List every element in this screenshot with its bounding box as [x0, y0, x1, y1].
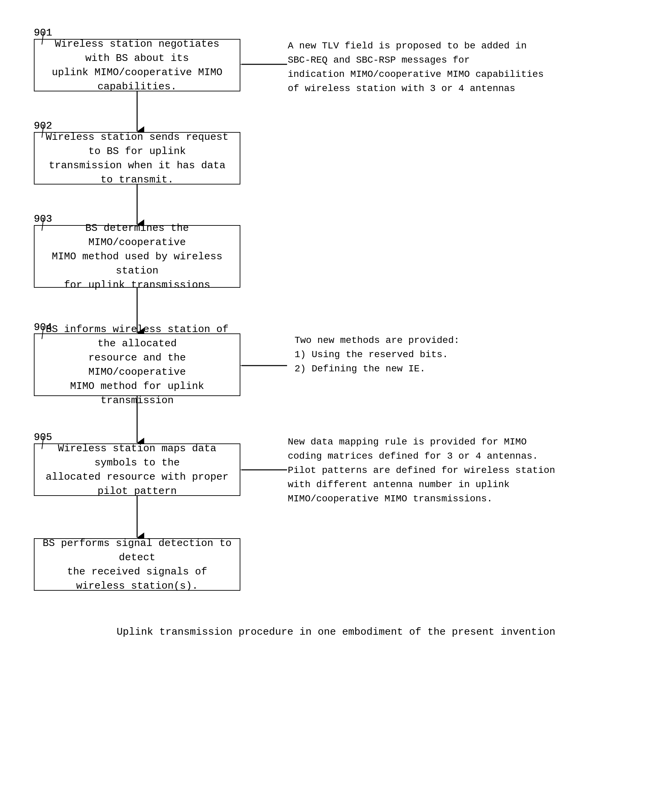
annotation-1-text: A new TLV field is proposed to be added … [288, 41, 544, 94]
flow-box-905: Wireless station maps data symbols to th… [34, 443, 241, 496]
flow-box-905-text: Wireless station maps data symbols to th… [41, 441, 233, 498]
flow-box-901: Wireless station negotiates with BS abou… [34, 39, 241, 91]
caption-text: Uplink transmission procedure in one emb… [116, 626, 555, 638]
annotation-2: Two new methods are provided:1) Using th… [295, 333, 531, 376]
diagram-container: 901 Wireless station negotiates with BS … [0, 0, 672, 785]
diagram-caption: Uplink transmission procedure in one emb… [68, 626, 604, 638]
flow-box-901-text: Wireless station negotiates with BS abou… [41, 37, 233, 94]
flow-box-904-text: BS informs wireless station of the alloc… [41, 322, 233, 408]
flow-box-906: BS performs signal detection to detectth… [34, 538, 241, 591]
flow-box-902: Wireless station sends request to BS for… [34, 132, 241, 185]
annotation-1: A new TLV field is proposed to be added … [288, 39, 643, 96]
annotation-3: New data mapping rule is provided for MI… [288, 435, 643, 506]
flow-box-902-text: Wireless station sends request to BS for… [41, 130, 233, 187]
flow-box-904: BS informs wireless station of the alloc… [34, 333, 241, 396]
flow-box-906-text: BS performs signal detection to detectth… [41, 536, 233, 593]
flow-box-903-text: BS determines the MIMO/cooperativeMIMO m… [41, 221, 233, 292]
annotation-2-text: Two new methods are provided:1) Using th… [295, 335, 459, 374]
annotation-3-text: New data mapping rule is provided for MI… [288, 437, 555, 504]
flow-box-903: BS determines the MIMO/cooperativeMIMO m… [34, 225, 241, 288]
